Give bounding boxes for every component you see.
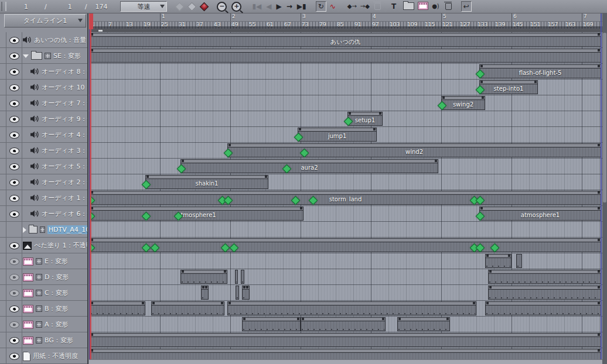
clip[interactable] <box>90 333 601 347</box>
clip-handle-left[interactable] <box>486 255 489 257</box>
visibility-toggle[interactable] <box>9 116 19 123</box>
clip[interactable] <box>516 254 522 268</box>
clip-handle-right[interactable] <box>473 302 475 304</box>
visibility-toggle[interactable] <box>9 211 19 218</box>
clip-handle-left[interactable] <box>182 160 184 162</box>
prev-frame-button[interactable]: ◀ <box>266 2 271 11</box>
clip-handle-right[interactable] <box>435 160 437 162</box>
clip-handle-right[interactable] <box>598 302 600 304</box>
expand-plus-icon[interactable] <box>36 321 42 328</box>
clip-handle-left[interactable] <box>489 270 492 273</box>
visibility-toggle[interactable] <box>9 53 19 60</box>
collapse-open-icon[interactable] <box>23 54 29 58</box>
clip[interactable]: storm_land <box>90 191 601 205</box>
clip-handle-right[interactable] <box>534 81 537 83</box>
visibility-toggle[interactable] <box>9 305 19 313</box>
clip-handle-left[interactable] <box>302 318 304 320</box>
visibility-toggle[interactable] <box>9 163 19 170</box>
clip[interactable] <box>236 286 239 300</box>
track-name-cell[interactable]: B：変形 <box>22 301 87 317</box>
visibility-toggle[interactable] <box>9 147 19 154</box>
clip[interactable] <box>235 270 238 284</box>
skip-start-button[interactable]: ▮◀ <box>252 2 261 11</box>
clip-handle-right[interactable] <box>598 144 600 146</box>
waveform-button[interactable]: ∿ <box>330 2 336 11</box>
visibility-toggle[interactable] <box>9 179 19 186</box>
track-name-cell[interactable]: オーディオ 5：音量 <box>22 159 87 174</box>
clip-handle-left[interactable] <box>202 286 204 289</box>
clip-handle-right[interactable] <box>598 49 600 51</box>
clip[interactable] <box>488 286 601 300</box>
skip-end-button[interactable]: ▶▮ <box>297 2 306 11</box>
expand-plus-icon[interactable] <box>36 274 42 280</box>
visibility-toggle[interactable] <box>9 242 19 249</box>
clip-handle-left[interactable] <box>182 270 184 273</box>
clip-handle-right[interactable] <box>142 302 144 304</box>
keyframe-diamond-on-icon[interactable] <box>200 2 209 11</box>
track-name-cell[interactable]: SE：変形 <box>22 48 87 64</box>
visibility-toggle[interactable] <box>9 321 19 328</box>
clip-handle-right[interactable] <box>482 97 484 99</box>
clip-handle-left[interactable] <box>152 302 155 304</box>
zoom-in-button[interactable]: + <box>231 2 241 12</box>
track-name-cell[interactable]: A：変形 <box>22 317 87 332</box>
playhead-handle[interactable] <box>89 13 93 29</box>
track-name-cell[interactable]: オーディオ 3：音量 <box>22 143 87 159</box>
loop-play-button[interactable]: ↻ <box>316 1 326 12</box>
clip-handle-right[interactable] <box>598 33 600 36</box>
track-name-cell[interactable]: オーディオ 8：音量 <box>22 64 87 80</box>
clip[interactable]: flash-of-light-5 <box>479 64 601 78</box>
horizontal-scrollbar[interactable] <box>89 359 602 364</box>
clip[interactable]: jump1 <box>298 128 377 142</box>
visibility-toggle[interactable] <box>9 195 19 202</box>
visibility-toggle[interactable] <box>9 274 19 281</box>
vertical-scrollbar-thumb[interactable] <box>603 33 606 202</box>
expand-plus-icon[interactable] <box>36 305 42 312</box>
clip[interactable] <box>90 238 601 252</box>
new-animation-cel-button[interactable] <box>418 1 428 12</box>
clip-handle-right[interactable] <box>382 318 384 320</box>
track-name-cell[interactable]: オーディオ 1：音量 <box>22 190 87 206</box>
track-name-cell[interactable]: D：変形 <box>22 269 87 285</box>
clip-handle-right[interactable] <box>598 349 600 352</box>
clip-handle-right[interactable] <box>598 270 600 273</box>
new-animation-folder-button[interactable] <box>403 1 414 12</box>
visibility-toggle[interactable] <box>9 258 19 265</box>
visibility-toggle[interactable] <box>9 353 19 360</box>
clip[interactable] <box>242 317 301 331</box>
clip-handle-left[interactable] <box>229 144 231 146</box>
clip[interactable] <box>241 270 244 284</box>
visibility-toggle[interactable] <box>9 290 19 297</box>
clip[interactable]: wind2 <box>227 143 601 157</box>
playback-settings-button[interactable]: ↩ <box>461 1 472 12</box>
clip-handle-left[interactable] <box>398 318 401 320</box>
track-name-cell[interactable]: オーディオ 9：音量 <box>22 111 87 127</box>
track-name-cell[interactable]: オーディオ 4：音量 <box>22 127 87 143</box>
clip[interactable] <box>227 301 476 315</box>
text-tool-button[interactable]: T <box>391 2 396 11</box>
track-name-cell[interactable]: オーディオ 7：音量 <box>22 95 87 111</box>
clip[interactable]: setup1 <box>347 112 383 126</box>
zoom-out-button[interactable]: − <box>217 2 227 12</box>
clip[interactable] <box>151 301 224 315</box>
interpolation-dropdown[interactable]: 等速 <box>120 1 167 12</box>
clip-handle-right[interactable] <box>224 270 226 273</box>
clip-handle-left[interactable] <box>442 97 445 99</box>
collapse-closed-icon[interactable] <box>23 227 26 233</box>
clip[interactable] <box>485 254 511 268</box>
expand-plus-icon[interactable] <box>36 337 42 344</box>
clip-handle-left[interactable] <box>349 112 351 115</box>
track-name-cell[interactable]: オーディオ 2：音量 <box>22 174 87 190</box>
clip-handle-right[interactable] <box>373 128 376 131</box>
clip[interactable]: atmosphere1 <box>479 207 601 221</box>
clip-handle-right[interactable] <box>598 286 600 289</box>
clip[interactable]: あいつの仇 <box>90 33 601 47</box>
clip-handle-right[interactable] <box>221 302 223 304</box>
clip-handle-right[interactable] <box>300 207 302 210</box>
track-name-cell[interactable]: べた塗り 1：不透明度 <box>22 238 87 253</box>
range-marker[interactable] <box>98 30 103 32</box>
clip-handle-left[interactable] <box>489 286 492 289</box>
visibility-toggle[interactable] <box>9 100 19 107</box>
clip[interactable]: shakin1 <box>145 175 268 189</box>
track-name-cell[interactable]: E：変形 <box>22 253 87 269</box>
